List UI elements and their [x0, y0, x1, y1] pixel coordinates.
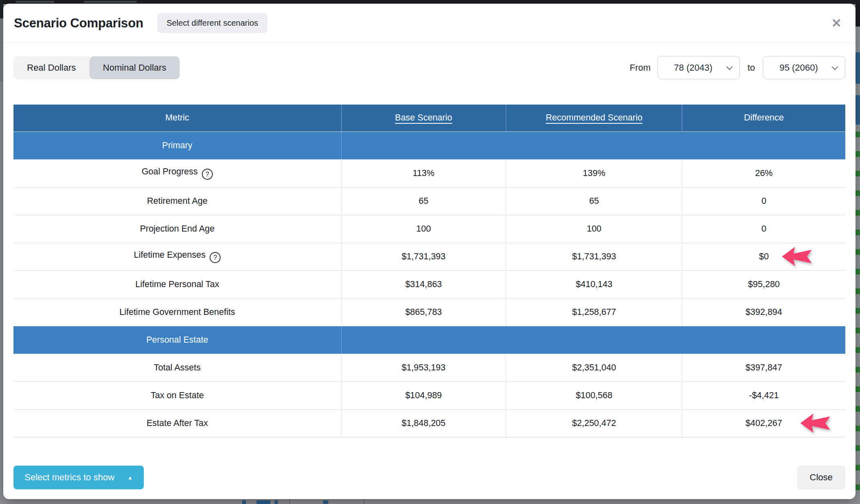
table-row: Lifetime Government Benefits$865,783$1,2…: [13, 298, 845, 326]
recommended-value-cell: $1,731,393: [506, 243, 682, 270]
nominal-dollars-toggle[interactable]: Nominal Dollars: [89, 56, 180, 79]
comparison-table-body: PrimaryGoal Progress?113%139%26%Retireme…: [13, 132, 845, 437]
table-row: Projection End Age1001000: [13, 215, 845, 243]
recommended-value-cell: $410,143: [506, 270, 682, 298]
difference-value-cell: -$4,421: [682, 381, 845, 409]
metric-label: Projection End Age: [140, 224, 214, 234]
base-value-cell: $865,783: [341, 298, 506, 326]
background-divider-fragment: [289, 499, 290, 504]
base-value-cell: $1,731,393: [341, 243, 506, 270]
base-value-cell: $1,848,205: [341, 409, 506, 437]
background-icon-fragment: [242, 500, 246, 504]
difference-value-cell: $0: [682, 243, 845, 270]
annotation-arrow-icon: [782, 246, 815, 267]
background-bottom-strip: [0, 499, 860, 504]
metric-label: Lifetime Expenses: [134, 250, 206, 260]
difference-value-cell: 26%: [682, 159, 845, 187]
difference-value-cell: $392,894: [682, 298, 845, 326]
metric-cell: Lifetime Government Benefits: [13, 298, 341, 326]
difference-value-cell: $397,847: [682, 354, 845, 381]
background-right-edge: [856, 0, 860, 504]
metric-label: Goal Progress: [142, 167, 198, 176]
column-header-base-scenario: Base Scenario: [341, 105, 506, 132]
metric-cell: Retirement Age: [13, 187, 341, 215]
table-row: Estate After Tax$1,848,205$2,250,472$402…: [13, 409, 845, 437]
section-name-cell: Primary: [13, 132, 341, 159]
base-value-cell: 113%: [341, 159, 506, 187]
recommended-value-cell: $2,250,472: [506, 409, 682, 437]
table-row: Retirement Age65650: [13, 187, 845, 215]
metric-cell: Estate After Tax: [13, 409, 341, 437]
to-label: to: [748, 62, 755, 73]
base-value-cell: $314,863: [341, 270, 506, 298]
table-row: Goal Progress?113%139%26%: [13, 159, 845, 187]
metric-label: Retirement Age: [147, 196, 208, 206]
metric-cell: Tax on Estate: [13, 381, 341, 409]
from-label: From: [630, 62, 650, 73]
to-age-select[interactable]: 95 (2060): [763, 56, 845, 79]
column-header-recommended-scenario: Recommended Scenario: [506, 105, 682, 132]
question-circle-icon[interactable]: ?: [210, 252, 221, 263]
background-text-fragment: [16, 1, 54, 3]
from-age-select[interactable]: 78 (2043): [657, 56, 740, 79]
table-row: Lifetime Personal Tax$314,863$410,143$95…: [13, 270, 845, 298]
question-circle-icon[interactable]: ?: [202, 169, 213, 180]
difference-value-cell: 0: [682, 187, 845, 215]
comparison-table: Metric Base Scenario Recommended Scenari…: [13, 105, 845, 437]
modal-footer: Select metrics to show ▲ Close: [3, 466, 856, 489]
background-icon-fragment: [323, 500, 328, 504]
metric-label: Tax on Estate: [151, 390, 204, 400]
select-different-scenarios-button[interactable]: Select different scenarios: [157, 13, 268, 33]
close-button[interactable]: Close: [797, 466, 845, 489]
metric-cell: Lifetime Personal Tax: [13, 270, 341, 298]
background-divider-fragment: [364, 499, 364, 504]
to-age-value: 95 (2060): [780, 62, 818, 73]
table-row: Tax on Estate$104,989$100,568-$4,421: [13, 381, 845, 409]
annotation-arrow-icon: [800, 413, 833, 434]
difference-value-cell: 0: [682, 215, 845, 243]
recommended-value-cell: $2,351,040: [506, 354, 682, 381]
difference-value-cell: $95,280: [682, 270, 845, 298]
modal-title: Scenario Comparison: [14, 16, 143, 31]
dollars-toggle-group: Real Dollars Nominal Dollars: [13, 56, 180, 79]
base-value-cell: 65: [341, 187, 506, 215]
column-header-metric: Metric: [13, 105, 341, 132]
recommended-value-cell: $100,568: [506, 381, 682, 409]
real-dollars-toggle[interactable]: Real Dollars: [13, 56, 89, 79]
metric-cell: Total Assets: [13, 354, 341, 381]
base-scenario-link[interactable]: Base Scenario: [395, 113, 452, 123]
recommended-value-cell: 139%: [506, 159, 682, 187]
section-header-row: Primary: [13, 132, 845, 159]
table-row: Total Assets$1,953,193$2,351,040$397,847: [13, 354, 845, 381]
difference-value-cell: $402,267: [682, 409, 845, 437]
select-metrics-button[interactable]: Select metrics to show ▲: [13, 466, 144, 489]
metric-label: Lifetime Government Benefits: [119, 307, 235, 317]
chevron-down-icon: [832, 64, 838, 70]
metric-label: Estate After Tax: [147, 418, 208, 428]
background-left-edge: [0, 0, 3, 82]
comparison-table-wrap: Metric Base Scenario Recommended Scenari…: [13, 105, 845, 437]
caret-up-icon: ▲: [127, 475, 133, 480]
metric-cell: Projection End Age: [13, 215, 341, 243]
modal-toolbar: Real Dollars Nominal Dollars From 78 (20…: [3, 43, 856, 79]
base-value-cell: $104,989: [341, 381, 506, 409]
recommended-value-cell: $1,258,677: [506, 298, 682, 326]
table-header-row: Metric Base Scenario Recommended Scenari…: [13, 105, 845, 132]
recommended-scenario-link[interactable]: Recommended Scenario: [546, 113, 643, 123]
chevron-down-icon: [726, 64, 733, 70]
recommended-value-cell: 100: [506, 215, 682, 243]
close-icon[interactable]: ✕: [828, 16, 845, 31]
section-spacer-cell: [341, 132, 845, 159]
section-name-cell: Personal Estate: [13, 326, 341, 354]
base-value-cell: 100: [341, 215, 506, 243]
metric-label: Lifetime Personal Tax: [135, 279, 219, 289]
select-metrics-label: Select metrics to show: [25, 472, 114, 483]
metric-cell: Goal Progress?: [13, 159, 341, 187]
column-header-difference: Difference: [682, 105, 845, 132]
section-spacer-cell: [341, 326, 845, 354]
base-value-cell: $1,953,193: [341, 354, 506, 381]
recommended-value-cell: 65: [506, 187, 682, 215]
metric-cell: Lifetime Expenses?: [13, 243, 341, 270]
scenario-comparison-modal: Scenario Comparison Select different sce…: [3, 4, 856, 499]
background-icon-fragment: [257, 500, 270, 504]
